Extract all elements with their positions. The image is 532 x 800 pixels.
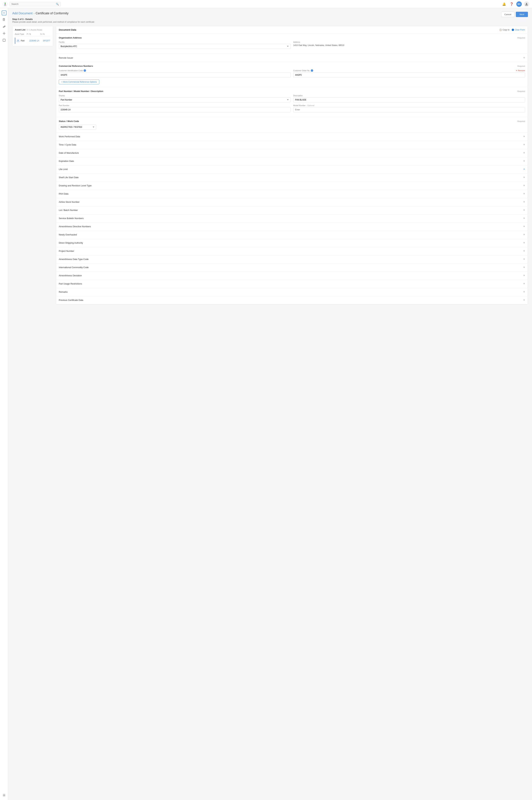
- collapsible-remarks[interactable]: Remarks+: [56, 288, 528, 296]
- customer-id-info-icon[interactable]: i: [83, 69, 86, 72]
- expiration-date-toggle[interactable]: +: [523, 159, 525, 163]
- account-button[interactable]: [524, 1, 529, 7]
- expiration-date-title: Expiration Date: [59, 160, 74, 162]
- help-button[interactable]: ❓: [509, 1, 514, 7]
- collapsible-direct-shipping[interactable]: Direct Shipping Authority+: [56, 239, 528, 247]
- customer-id-input[interactable]: [59, 72, 290, 77]
- sidebar-item-documents[interactable]: [1, 17, 7, 23]
- model-number-input[interactable]: [293, 107, 525, 112]
- sidebar-item-add[interactable]: +: [2, 11, 6, 15]
- sidebar-item-flights[interactable]: [1, 23, 7, 30]
- airworthiness-directive-title: Airworthiness Directive Numbers: [59, 225, 91, 228]
- model-number-label: Model Number - Optional: [293, 105, 525, 107]
- svg-point-12: [18, 40, 19, 41]
- collapsible-airworthiness-deviation[interactable]: Airworthiness Deviation+: [56, 272, 528, 280]
- cancel-button[interactable]: Cancel: [501, 12, 514, 17]
- collapsible-part-usage[interactable]: Part Usage Restrictions+: [56, 280, 528, 288]
- next-button[interactable]: Next: [516, 12, 528, 17]
- collapsible-service-bulletin[interactable]: Service Bulletin Numbers+: [56, 214, 528, 223]
- collapsible-newly-overhauled[interactable]: Newly Overhauled+: [56, 231, 528, 239]
- collapsible-airworthiness-data-type[interactable]: Airworthiness Data Type Code+: [56, 255, 528, 263]
- previous-cert-toggle[interactable]: +: [523, 298, 525, 302]
- airworthiness-data-type-toggle[interactable]: +: [523, 257, 525, 261]
- table-row[interactable]: Part 223045-1A SP2377: [15, 38, 51, 44]
- breadcrumb-link[interactable]: Add Document: [12, 12, 33, 15]
- customer-order-input[interactable]: [293, 72, 525, 77]
- direct-shipping-toggle[interactable]: +: [523, 241, 525, 245]
- collapsible-project-number[interactable]: Project Number+: [56, 247, 528, 255]
- part-number-row1: Display Part Number Description: [59, 95, 525, 103]
- description-group: Description: [293, 95, 525, 103]
- drawing-revision-toggle[interactable]: +: [523, 184, 525, 187]
- drawing-revision-title: Drawing and Revision Level Type: [59, 184, 92, 187]
- user-avatar[interactable]: BA: [516, 1, 522, 7]
- collapsible-previous-cert[interactable]: Previous Certificate Data+: [56, 296, 528, 304]
- collapsible-pah-data[interactable]: PAH Data+: [56, 190, 528, 198]
- project-number-toggle[interactable]: +: [523, 249, 525, 253]
- asset-list-subtitle: 0 / 1 Assets Ready: [27, 29, 42, 31]
- newly-overhauled-toggle[interactable]: +: [523, 233, 525, 237]
- date-manufacture-title: Date of Manufacture: [59, 152, 79, 154]
- more-commercial-options-button[interactable]: + More Commercial Reference Options: [59, 79, 99, 84]
- work-performed-toggle[interactable]: +: [523, 135, 525, 138]
- status-title: Status / Work Code: [59, 120, 79, 123]
- copy-icon: 📋: [499, 29, 502, 31]
- collapsible-international-commodity[interactable]: International Commodity Code+: [56, 263, 528, 272]
- step-info: Step 2 of 3 - Details Please provide ass…: [12, 18, 528, 23]
- remote-issuer-section[interactable]: Remote Issuer +: [56, 54, 528, 62]
- pah-data-toggle[interactable]: +: [523, 192, 525, 196]
- status-section: Status / Work Code Required INSPECTED / …: [56, 117, 528, 132]
- main-content: Add Document › Certificate of Conformity…: [8, 8, 532, 308]
- remove-button[interactable]: ✕ Remove: [516, 70, 525, 72]
- asset-list-panel: Asset List 0 / 1 Assets Ready Asset Type…: [12, 26, 53, 46]
- part-number-input[interactable]: [59, 107, 290, 112]
- service-bulletin-toggle[interactable]: +: [523, 217, 525, 220]
- asset-sn[interactable]: SP2377: [43, 39, 50, 42]
- remote-issuer-toggle[interactable]: +: [523, 56, 525, 60]
- display-label: Display: [59, 95, 290, 97]
- asset-pn[interactable]: 223045-1A: [29, 39, 43, 42]
- collapsible-work-performed[interactable]: Work Performed Data+: [56, 132, 528, 141]
- airline-stock-toggle[interactable]: +: [523, 200, 525, 204]
- life-limit-toggle[interactable]: +: [523, 167, 525, 171]
- time-cycle-toggle[interactable]: +: [523, 143, 525, 147]
- shelf-life-toggle[interactable]: +: [523, 175, 525, 179]
- collapsible-time-cycle[interactable]: Time / Cycle Data+: [56, 141, 528, 149]
- description-label: Description: [293, 95, 525, 97]
- customer-order-info-icon[interactable]: i: [311, 69, 313, 72]
- pah-data-title: PAH Data: [59, 192, 69, 195]
- newly-overhauled-title: Newly Overhauled: [59, 234, 77, 236]
- facility-select[interactable]: Buzzylectrics ATC: [59, 44, 290, 49]
- part-number-required: Required: [517, 90, 525, 92]
- part-usage-toggle[interactable]: +: [523, 282, 525, 285]
- sidebar-item-assets[interactable]: [1, 37, 7, 43]
- svg-point-5: [4, 33, 4, 34]
- copy-to-button[interactable]: 📋 Copy to: [499, 29, 510, 31]
- search-input[interactable]: [12, 3, 56, 5]
- airworthiness-deviation-toggle[interactable]: +: [523, 274, 525, 277]
- lot-batch-toggle[interactable]: +: [523, 208, 525, 212]
- airworthiness-directive-toggle[interactable]: +: [523, 225, 525, 228]
- international-commodity-toggle[interactable]: +: [523, 265, 525, 269]
- org-address-required: Required: [517, 37, 525, 39]
- collapsible-shelf-life[interactable]: Shelf Life Start Date+: [56, 173, 528, 182]
- sidebar-item-tools[interactable]: [1, 30, 7, 36]
- search-icon: 🔍: [56, 3, 59, 5]
- display-select[interactable]: Part Number: [59, 97, 290, 103]
- status-select[interactable]: INSPECTED / TESTED: [59, 125, 96, 130]
- remarks-toggle[interactable]: +: [523, 290, 525, 294]
- doc-panel-actions: 📋 Copy to 🔵 Clear Form: [499, 29, 525, 31]
- service-bulletin-title: Service Bulletin Numbers: [59, 217, 83, 220]
- collapsible-airline-stock[interactable]: Airline Stock Number+: [56, 198, 528, 206]
- collapsible-lot-batch[interactable]: Lot / Batch Number+: [56, 206, 528, 214]
- collapsible-date-manufacture[interactable]: Date of Manufacture+: [56, 149, 528, 157]
- collapsible-drawing-revision[interactable]: Drawing and Revision Level Type+: [56, 182, 528, 190]
- collapsible-expiration-date[interactable]: Expiration Date+: [56, 157, 528, 165]
- collapsible-life-limit[interactable]: Life Limit+: [56, 165, 528, 173]
- notifications-button[interactable]: 🔔: [501, 1, 507, 7]
- direct-shipping-title: Direct Shipping Authority: [59, 242, 83, 244]
- description-input[interactable]: [293, 97, 525, 103]
- date-manufacture-toggle[interactable]: +: [523, 151, 525, 155]
- clear-form-button[interactable]: 🔵 Clear Form: [512, 29, 525, 31]
- collapsible-airworthiness-directive[interactable]: Airworthiness Directive Numbers+: [56, 223, 528, 231]
